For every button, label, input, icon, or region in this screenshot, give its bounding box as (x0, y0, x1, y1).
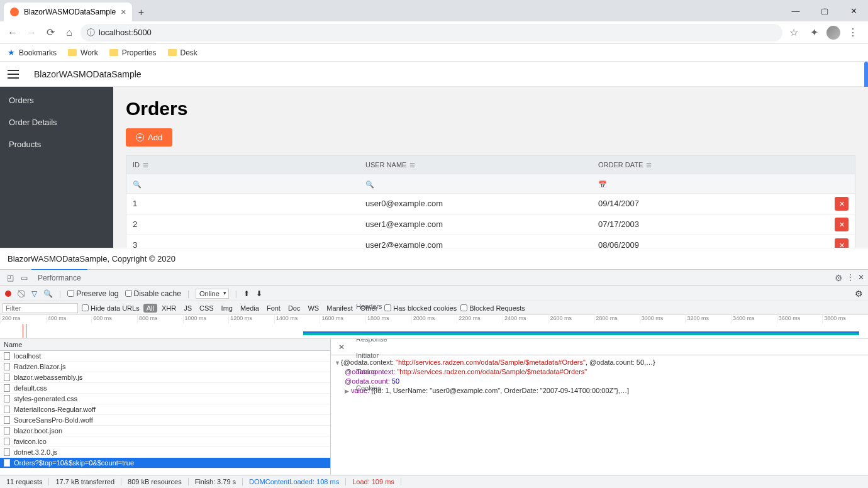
table-row[interactable]: 3 user2@example.com 08/06/2009 ✕ (126, 235, 855, 248)
filter-id[interactable]: 🔍 (126, 174, 359, 193)
forward-button[interactable]: → (24, 25, 39, 40)
filter-user[interactable]: 🔍 (359, 174, 592, 193)
record-button[interactable] (5, 291, 11, 297)
blocked-cookies-checkbox[interactable]: Has blocked cookies (384, 304, 457, 312)
request-item[interactable]: Orders?$top=10&$skip=0&$count=true (0, 458, 330, 469)
request-item[interactable]: styles-generated.css (0, 394, 330, 404)
hide-data-urls-checkbox[interactable]: Hide data URLs (82, 304, 140, 312)
type-filter-media[interactable]: Media (237, 304, 262, 313)
sidebar-item-orders[interactable]: Orders (0, 89, 113, 111)
type-filter-ws[interactable]: WS (304, 304, 322, 313)
disable-cache-checkbox[interactable]: Disable cache (125, 289, 181, 298)
request-item[interactable]: Radzen.Blazor.js (0, 362, 330, 372)
maximize-button[interactable]: ▢ (810, 0, 839, 21)
browser-menu-icon[interactable]: ⋮ (845, 25, 860, 40)
clear-button[interactable] (18, 290, 25, 297)
search-icon[interactable]: 🔍 (43, 289, 53, 298)
bookmark-item[interactable]: Work (68, 48, 98, 57)
request-item[interactable]: MaterialIcons-Regular.woff (0, 404, 330, 415)
table-row[interactable]: 2 user1@example.com 07/17/2003 ✕ (126, 214, 855, 235)
settings-icon[interactable]: ⚙ (835, 273, 843, 283)
bookmark-item[interactable]: Properties (109, 48, 157, 57)
bookmark-item[interactable]: ★Bookmarks (8, 48, 57, 57)
favicon (10, 8, 19, 16)
cell-user: user1@example.com (359, 214, 592, 235)
status-resources: 809 kB resources (121, 478, 189, 485)
file-icon (4, 374, 10, 381)
back-button[interactable]: ← (5, 25, 20, 40)
network-settings-icon[interactable]: ⚙ (855, 289, 863, 299)
column-header-id[interactable]: ID ☰ (126, 156, 359, 174)
network-timeline[interactable]: 200 ms400 ms600 ms800 ms1000 ms1200 ms14… (0, 315, 868, 339)
minimize-button[interactable]: — (781, 0, 810, 21)
type-filter-css[interactable]: CSS (196, 304, 217, 313)
sidebar-item-products[interactable]: Products (0, 133, 113, 155)
network-filters: Hide data URLs AllXHRJSCSSImgMediaFontDo… (0, 301, 868, 315)
request-item[interactable]: SourceSansPro-Bold.woff (0, 415, 330, 426)
request-name: localhost (14, 352, 41, 360)
profile-avatar[interactable] (826, 26, 840, 40)
star-icon[interactable]: ☆ (786, 25, 801, 40)
blocked-requests-checkbox[interactable]: Blocked Requests (460, 304, 525, 312)
bookmark-item[interactable]: Desk (168, 48, 198, 57)
close-tab-icon[interactable]: × (121, 7, 126, 17)
filter-date[interactable]: 📅 (592, 174, 825, 193)
grid-header-row: ID ☰ USER NAME ☰ ORDER DATE ☰ (126, 156, 855, 174)
request-item[interactable]: blazor.boot.json (0, 426, 330, 436)
url-input[interactable]: ⓘ localhost:5000 (81, 24, 782, 42)
delete-button[interactable]: ✕ (835, 238, 849, 248)
address-bar: ← → ⟳ ⌂ ⓘ localhost:5000 ☆ ✦ ⋮ (0, 21, 868, 44)
hamburger-icon[interactable] (8, 70, 19, 79)
throttle-select[interactable]: Online ▾ (196, 289, 229, 299)
request-item[interactable]: favicon.ico (0, 436, 330, 447)
devtools-close-icon[interactable]: ✕ (858, 273, 864, 283)
orders-grid: ID ☰ USER NAME ☰ ORDER DATE ☰ 🔍 🔍 📅 1 us… (126, 155, 855, 248)
extensions-icon[interactable]: ✦ (806, 25, 821, 40)
preserve-log-checkbox[interactable]: Preserve log (67, 289, 118, 298)
type-filter-font[interactable]: Font (264, 304, 284, 313)
browser-tab[interactable]: BlazorWASMODataSample × (4, 3, 132, 21)
devtools-tab-performance[interactable]: Performance (31, 270, 87, 286)
new-tab-button[interactable]: + (132, 4, 150, 21)
add-button[interactable]: + Add (126, 128, 172, 147)
request-list-header[interactable]: Name (0, 339, 330, 351)
type-filter-js[interactable]: JS (181, 304, 195, 313)
filter-input[interactable] (3, 303, 78, 313)
device-toggle-icon[interactable]: ▭ (18, 274, 30, 282)
devtools-tabs: ◰ ▭ ElementsConsoleSourcesNetworkPerform… (0, 270, 868, 286)
type-filter-img[interactable]: Img (218, 304, 236, 313)
tab-title: BlazorWASMODataSample (24, 8, 116, 16)
upload-icon[interactable]: ⬆ (243, 289, 250, 298)
sidebar-item-order-details[interactable]: Order Details (0, 111, 113, 133)
preview-tab-headers[interactable]: Headers (350, 298, 394, 314)
request-item[interactable]: default.css (0, 383, 330, 394)
download-icon[interactable]: ⬇ (256, 289, 262, 298)
delete-button[interactable]: ✕ (835, 218, 849, 231)
column-header-user[interactable]: USER NAME ☰ (359, 156, 592, 174)
type-filter-xhr[interactable]: XHR (159, 304, 179, 313)
file-icon (4, 363, 10, 370)
reload-button[interactable]: ⟳ (43, 25, 58, 40)
browser-chrome: BlazorWASMODataSample × + — ▢ ✕ ← → ⟳ ⌂ … (0, 0, 868, 62)
type-filter-all[interactable]: All (143, 304, 157, 313)
url-text: localhost:5000 (99, 28, 152, 37)
request-name: Radzen.Blazor.js (14, 363, 66, 370)
cell-user: user0@example.com (359, 194, 592, 214)
site-info-icon[interactable]: ⓘ (87, 27, 95, 38)
request-item[interactable]: blazor.webassembly.js (0, 372, 330, 383)
home-button[interactable]: ⌂ (62, 25, 77, 40)
close-preview-icon[interactable]: ✕ (335, 343, 348, 352)
delete-button[interactable]: ✕ (835, 197, 849, 211)
column-header-date[interactable]: ORDER DATE ☰ (592, 156, 825, 174)
inspect-icon[interactable]: ◰ (4, 274, 16, 282)
devtools-menu-icon[interactable]: ⋮ (847, 273, 854, 283)
table-row[interactable]: 1 user0@example.com 09/14/2007 ✕ (126, 194, 855, 214)
request-item[interactable]: dotnet.3.2.0.js (0, 447, 330, 458)
preview-body[interactable]: ▼{@odata.context: "http://services.radze… (331, 355, 868, 475)
type-filter-doc[interactable]: Doc (285, 304, 304, 313)
close-window-button[interactable]: ✕ (839, 0, 868, 21)
app-header: BlazorWASMODataSample (0, 62, 868, 87)
devtools-status-bar: 11 requests 17.7 kB transferred 809 kB r… (0, 475, 868, 488)
filter-toggle-icon[interactable]: ▽ (31, 289, 37, 298)
request-item[interactable]: localhost (0, 351, 330, 362)
